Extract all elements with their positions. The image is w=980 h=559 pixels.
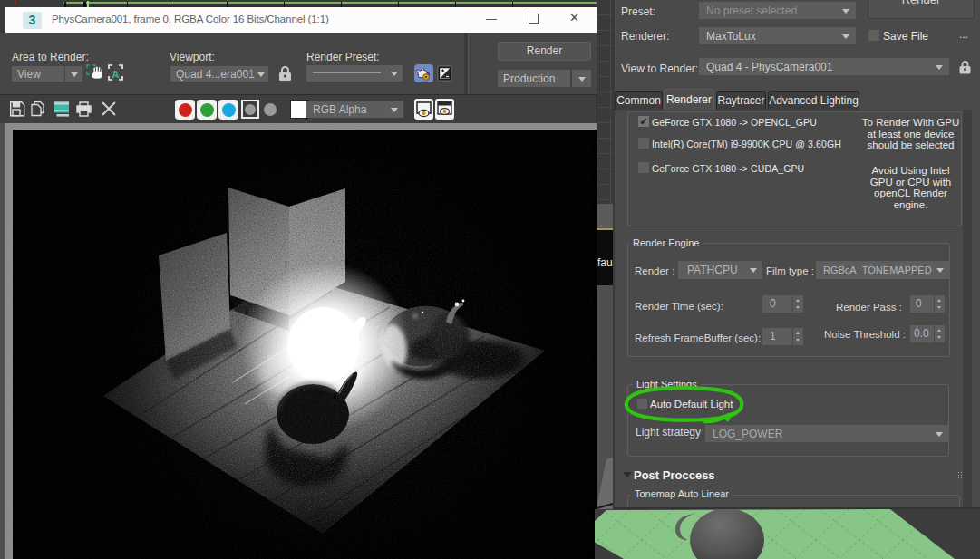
svg-text:A: A [112, 69, 120, 80]
